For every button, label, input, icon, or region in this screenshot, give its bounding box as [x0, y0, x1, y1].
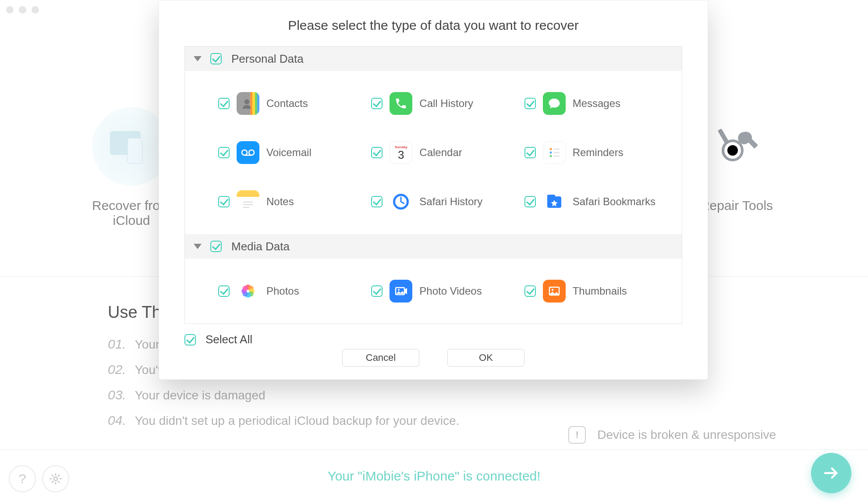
next-button[interactable]	[811, 453, 851, 493]
section-title: Personal Data	[231, 52, 304, 66]
settings-button[interactable]	[42, 465, 69, 492]
reason-box[interactable]: ! Device is broken & unresponsive	[568, 426, 776, 444]
data-item-contacts[interactable]: Contacts	[218, 79, 367, 128]
thumbnails-icon	[543, 280, 566, 303]
safari-bookmarks-icon	[543, 190, 566, 213]
item-label: Voicemail	[266, 146, 312, 159]
item-label: Thumbnails	[573, 285, 627, 297]
svg-point-11	[549, 155, 552, 157]
item-label: Safari Bookmarks	[573, 196, 655, 208]
svg-rect-14	[553, 156, 560, 157]
section-title: Media Data	[231, 240, 290, 253]
svg-point-33	[551, 289, 553, 291]
item-checkbox[interactable]	[371, 98, 383, 109]
window-zoom-icon[interactable]	[32, 6, 39, 14]
data-item-thumbnails[interactable]: Thumbnails	[524, 267, 673, 316]
photos-icon	[237, 280, 259, 303]
reason-text: Device is broken & unresponsive	[597, 428, 776, 442]
messages-icon	[543, 92, 566, 115]
svg-rect-13	[553, 152, 560, 153]
item-checkbox[interactable]	[218, 196, 230, 207]
data-item-call-history[interactable]: Call History	[371, 79, 520, 128]
select-data-dialog: Please select the type of data you want …	[159, 0, 708, 380]
contacts-icon	[237, 92, 259, 115]
phone-icon	[390, 92, 412, 115]
repair-tools-icon[interactable]	[697, 107, 776, 186]
svg-rect-4	[718, 128, 730, 144]
svg-point-5	[54, 477, 57, 481]
section-header-personal[interactable]: Personal Data	[185, 46, 682, 71]
data-item-safari-history[interactable]: Safari History	[371, 177, 520, 226]
notes-icon	[237, 190, 259, 213]
item-label: Safari History	[419, 196, 482, 208]
step-text: Your device is damaged	[135, 388, 266, 402]
item-label: Reminders	[573, 146, 624, 159]
item-label: Contacts	[266, 97, 308, 110]
chevron-down-icon[interactable]	[194, 56, 202, 61]
connection-status: Your "iMobie's iPhone" is connected!	[327, 469, 540, 484]
item-checkbox[interactable]	[218, 147, 230, 158]
dialog-title: Please select the type of data you want …	[159, 18, 708, 33]
item-checkbox[interactable]	[524, 98, 536, 109]
item-label: Messages	[573, 97, 620, 110]
alert-icon: !	[568, 426, 586, 444]
step-number: 01.	[108, 337, 126, 352]
data-item-messages[interactable]: Messages	[524, 79, 673, 128]
svg-point-10	[549, 152, 552, 154]
section-checkbox-media[interactable]	[210, 241, 222, 252]
item-label: Calendar	[419, 146, 462, 159]
data-item-calendar[interactable]: Sunday 3 Calendar	[371, 128, 520, 177]
step-number: 02.	[108, 362, 126, 377]
item-checkbox[interactable]	[218, 285, 230, 297]
item-checkbox[interactable]	[371, 285, 383, 297]
window-close-icon[interactable]	[6, 6, 14, 14]
window-minimize-icon[interactable]	[19, 6, 26, 14]
item-label: Photo Videos	[419, 285, 482, 297]
item-checkbox[interactable]	[524, 196, 536, 207]
svg-point-29	[243, 286, 248, 291]
photo-videos-icon	[390, 280, 412, 303]
help-button[interactable]: ?	[9, 465, 36, 492]
svg-point-6	[244, 99, 249, 104]
svg-rect-12	[553, 149, 560, 150]
select-all-checkbox[interactable]	[184, 334, 196, 345]
svg-rect-21	[547, 195, 555, 198]
step-number: 04.	[108, 413, 126, 428]
svg-point-7	[242, 150, 247, 155]
voicemail-icon	[237, 141, 259, 164]
data-item-voicemail[interactable]: Voicemail	[218, 128, 367, 177]
safari-history-icon	[390, 190, 412, 213]
item-label: Call History	[419, 97, 473, 110]
item-checkbox[interactable]	[524, 285, 536, 297]
calendar-icon: Sunday 3	[390, 141, 412, 164]
cancel-button[interactable]: Cancel	[342, 349, 419, 367]
svg-point-8	[249, 150, 254, 155]
item-checkbox[interactable]	[524, 147, 536, 158]
section-header-media[interactable]: Media Data	[185, 234, 682, 259]
item-label: Photos	[266, 285, 299, 297]
data-item-photo-videos[interactable]: Photo Videos	[371, 267, 520, 316]
chevron-down-icon[interactable]	[194, 244, 202, 249]
svg-point-9	[549, 148, 552, 150]
step-text: You didn't set up a periodical iCloud ba…	[135, 414, 460, 428]
ok-button[interactable]: OK	[447, 349, 524, 367]
section-checkbox-personal[interactable]	[210, 53, 222, 64]
item-label: Notes	[266, 196, 294, 208]
item-checkbox[interactable]	[371, 196, 383, 207]
step-number: 03.	[108, 388, 126, 402]
select-all-label: Select All	[205, 333, 252, 346]
svg-point-31	[398, 289, 400, 291]
data-item-notes[interactable]: Notes	[218, 177, 367, 226]
data-item-photos[interactable]: Photos	[218, 267, 367, 316]
data-item-reminders[interactable]: Reminders	[524, 128, 673, 177]
item-checkbox[interactable]	[218, 98, 230, 109]
data-item-safari-bookmarks[interactable]: Safari Bookmarks	[524, 177, 673, 226]
svg-rect-1	[128, 138, 142, 164]
reminders-icon	[543, 141, 566, 164]
svg-point-3	[727, 145, 738, 156]
item-checkbox[interactable]	[371, 147, 383, 158]
